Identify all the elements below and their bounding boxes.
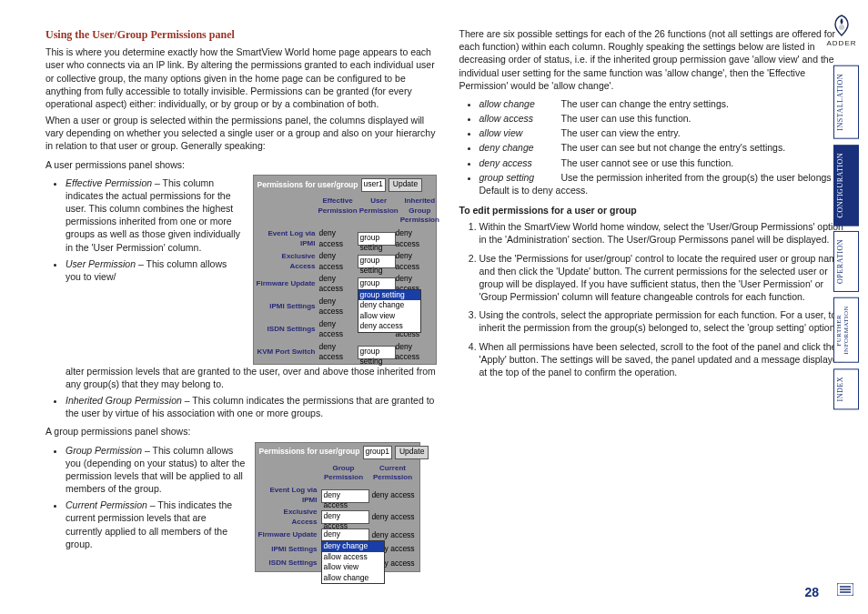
intro-paragraph-2: When a user or group is selected within … xyxy=(45,114,437,153)
panel1-header-label: Permissions for user/group xyxy=(257,180,358,190)
side-nav: INSTALLATION CONFIGURATION OPERATION FUR… xyxy=(833,65,859,409)
step-3: Using the controls, select the appropria… xyxy=(479,308,851,334)
setting-deny-access: deny accessThe user cannot see or use th… xyxy=(479,156,851,169)
bullet-group-permission: Group Permission – This column allows yo… xyxy=(66,444,246,496)
user-panel-label: A user permissions panel shows: xyxy=(45,158,437,171)
group-panel-bullets: Group Permission – This column allows yo… xyxy=(45,444,246,550)
bullet-effective-permission: Effective Permission – This column indic… xyxy=(66,176,244,254)
left-column: Using the User/Group Permissions panel T… xyxy=(45,27,459,596)
tab-further-information[interactable]: FURTHER INFORMATION xyxy=(833,297,859,363)
step-4: When all permissions have been selected,… xyxy=(479,340,851,379)
settings-intro: There are six possible settings for each… xyxy=(459,27,851,92)
cobra-icon xyxy=(829,13,854,38)
panel2-header-label: Permissions for user/group xyxy=(259,447,360,457)
bullet-inherited-permission: Inherited Group Permission – This column… xyxy=(66,394,437,419)
section-title: Using the User/Group Permissions panel xyxy=(45,27,437,42)
user-panel-bullets: Effective Permission – This column indic… xyxy=(45,176,244,283)
panel1-col-user: User Permission xyxy=(358,196,399,226)
settings-list: allow changeThe user can change the entr… xyxy=(459,97,851,196)
panel2-col-current: Current Permission xyxy=(368,464,418,484)
perm-dropdown[interactable]: group setting xyxy=(358,255,396,268)
group-permissions-panel: Permissions for user/group group1 Update… xyxy=(255,442,420,572)
contents-icon[interactable] xyxy=(837,583,853,598)
perm-dropdown[interactable]: deny access xyxy=(321,489,369,503)
setting-group-setting: group settingUse the permission inherite… xyxy=(479,171,851,196)
panel2-usergroup-select[interactable]: group1 xyxy=(363,446,392,459)
user-permissions-panel: Permissions for user/group user1 Update … xyxy=(253,175,437,365)
panel1-update-button[interactable]: Update xyxy=(389,178,422,192)
perm-dropdown[interactable]: group setting xyxy=(358,346,396,359)
perm-dropdown[interactable]: deny access xyxy=(321,510,369,524)
svg-point-0 xyxy=(839,25,844,30)
setting-allow-view: allow viewThe user can view the entry. xyxy=(479,126,851,139)
setting-allow-change: allow changeThe user can change the entr… xyxy=(479,97,851,110)
panel1-col-inherited: Inherited Group Permission xyxy=(399,196,440,226)
perm-dropdown[interactable]: group setting xyxy=(358,232,396,246)
intro-paragraph-1: This is where you determine exactly how … xyxy=(45,45,437,110)
step-2: Use the 'Permissions for user/group' con… xyxy=(479,252,851,304)
perm-dropdown-menu[interactable]: deny change allow access allow view allo… xyxy=(321,540,385,584)
tab-installation[interactable]: INSTALLATION xyxy=(833,65,859,139)
tab-configuration[interactable]: CONFIGURATION xyxy=(833,145,859,226)
user-panel-bullets-2: Inherited Group Permission – This column… xyxy=(45,394,437,419)
edit-permissions-subhead: To edit permissions for a user or group xyxy=(459,204,851,216)
panel1-usergroup-select[interactable]: user1 xyxy=(361,178,386,192)
bullet-user-permission: User Permission – This column allows you… xyxy=(66,257,244,283)
tab-operation[interactable]: OPERATION xyxy=(833,231,859,292)
perm-dropdown-menu[interactable]: group setting deny change allow view den… xyxy=(358,289,421,333)
edit-permissions-steps: Within the SmartView World home window, … xyxy=(459,220,851,378)
page-number: 28 xyxy=(804,585,819,599)
setting-deny-change: deny changeThe user can see but not chan… xyxy=(479,141,851,154)
bullet-current-permission: Current Permission – This indicates the … xyxy=(66,498,246,550)
panel2-col-group: Group Permission xyxy=(319,464,368,484)
tab-index[interactable]: INDEX xyxy=(833,368,859,409)
right-column: There are six possible settings for each… xyxy=(459,27,855,596)
panel1-col-effective: Effective Permission xyxy=(318,196,358,226)
brand-text: ADDER xyxy=(826,39,856,47)
group-panel-label: A group permissions panel shows: xyxy=(45,425,437,438)
brand-logo: ADDER xyxy=(824,13,859,47)
panel2-update-button[interactable]: Update xyxy=(395,446,429,459)
setting-allow-access: allow accessThe user can use this functi… xyxy=(479,112,851,125)
step-1: Within the SmartView World home window, … xyxy=(479,220,851,246)
user-permission-cont: alter permission levels that are granted… xyxy=(45,365,437,390)
